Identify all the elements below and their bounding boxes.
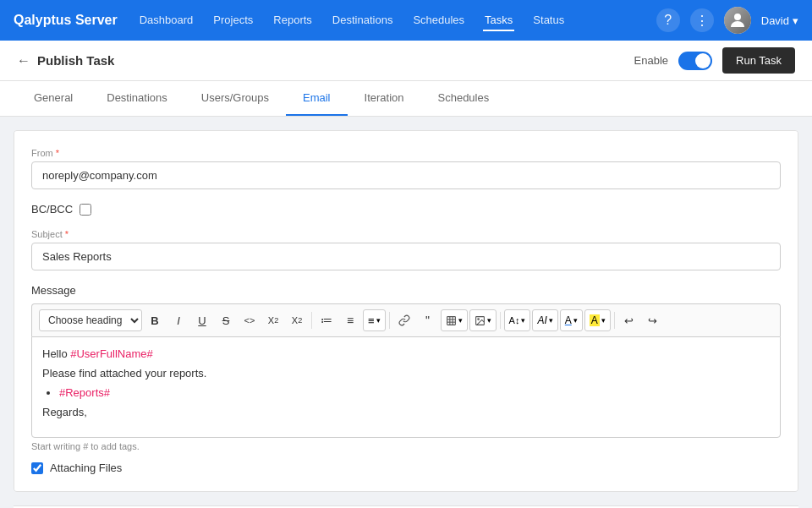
- editor-line-1: Hello #UserFullName#: [42, 347, 770, 360]
- ordered-list-button[interactable]: ≡: [339, 309, 361, 331]
- subject-field-group: Subject *: [31, 229, 781, 270]
- header-right: Enable Run Task: [634, 47, 795, 74]
- tab-iteration[interactable]: Iteration: [348, 81, 421, 116]
- code-button[interactable]: <>: [239, 309, 261, 331]
- font-family-button[interactable]: AI▾: [532, 309, 557, 331]
- attach-files-checkbox[interactable]: [31, 462, 43, 474]
- font-color-button[interactable]: A▾: [560, 309, 583, 331]
- editor-content: Hello #UserFullName# Please find attache…: [42, 347, 770, 418]
- font-size-button[interactable]: A↕▾: [504, 309, 531, 331]
- user-fullname-tag: #UserFullName#: [70, 347, 153, 360]
- tabs-bar: General Destinations Users/Groups Email …: [0, 81, 812, 117]
- strikethrough-button[interactable]: S: [215, 309, 237, 331]
- page-header: ← Publish Task Enable Run Task: [0, 41, 812, 81]
- align-button[interactable]: ≡▾: [363, 309, 386, 331]
- italic-button[interactable]: I: [167, 309, 189, 331]
- tab-users-groups[interactable]: Users/Groups: [184, 81, 286, 116]
- table-button[interactable]: ▾: [441, 309, 468, 331]
- bcbcc-label: BC/BCC: [31, 203, 73, 216]
- run-task-button[interactable]: Run Task: [722, 47, 795, 74]
- nav-tasks[interactable]: Tasks: [483, 10, 514, 31]
- nav-links: Dashboard Projects Reports Destinations …: [138, 10, 636, 31]
- enable-toggle[interactable]: [678, 52, 712, 70]
- underline-button[interactable]: U: [191, 309, 213, 331]
- nav-projects[interactable]: Projects: [211, 10, 255, 31]
- message-field-group: Message Choose heading Heading 1 Heading…: [31, 284, 781, 474]
- editor-list: #Reports#: [59, 386, 770, 399]
- message-label: Message: [31, 284, 781, 297]
- hint-text: Start writing # to add tags.: [31, 441, 781, 451]
- editor-list-item: #Reports#: [59, 386, 770, 399]
- quote-button[interactable]: ": [417, 309, 439, 331]
- svg-point-0: [734, 14, 741, 20]
- undo-button[interactable]: ↩: [618, 309, 640, 331]
- redo-button[interactable]: ↪: [642, 309, 664, 331]
- editor-toolbar: Choose heading Heading 1 Heading 2 Headi…: [31, 303, 781, 336]
- nav-destinations[interactable]: Destinations: [331, 10, 395, 31]
- tab-email[interactable]: Email: [286, 81, 348, 116]
- subscript-button[interactable]: X2: [262, 309, 284, 331]
- tab-schedules[interactable]: Schedules: [421, 81, 507, 116]
- highlight-button[interactable]: A▾: [584, 309, 611, 331]
- user-menu[interactable]: David ▾: [761, 14, 798, 27]
- tab-general[interactable]: General: [17, 81, 90, 116]
- toolbar-sep-3: [500, 312, 501, 329]
- avatar[interactable]: [724, 7, 751, 34]
- email-tab-content: From * BC/BCC Subject * Message Choose h…: [14, 130, 798, 492]
- top-navigation: Qalyptus Server Dashboard Projects Repor…: [0, 0, 812, 41]
- editor-line-3: Regards,: [42, 406, 770, 418]
- from-input[interactable]: [31, 161, 781, 189]
- toolbar-sep-1: [311, 312, 312, 329]
- media-button[interactable]: ▾: [469, 309, 497, 331]
- nav-dashboard[interactable]: Dashboard: [138, 10, 195, 31]
- back-arrow-icon: ←: [17, 53, 30, 68]
- editor-line-2: Please find attached your reports.: [42, 367, 770, 380]
- bold-button[interactable]: B: [144, 309, 166, 331]
- page-title: Publish Task: [37, 53, 114, 68]
- bcbcc-checkbox[interactable]: [80, 204, 91, 216]
- nav-right: ? ⋮ David ▾: [656, 7, 798, 34]
- nav-schedules[interactable]: Schedules: [411, 10, 466, 31]
- back-button[interactable]: ← Publish Task: [17, 53, 114, 68]
- tab-destinations[interactable]: Destinations: [90, 81, 184, 116]
- toolbar-sep-4: [614, 312, 615, 329]
- help-icon[interactable]: ?: [656, 8, 680, 32]
- attach-files-label: Attaching Files: [50, 462, 122, 474]
- bullet-list-button[interactable]: ≔: [315, 309, 337, 331]
- toolbar-sep-2: [389, 312, 390, 329]
- svg-point-7: [477, 318, 479, 320]
- subject-input[interactable]: [31, 243, 781, 270]
- superscript-button[interactable]: X2: [286, 309, 308, 331]
- bcbcc-row: BC/BCC: [31, 203, 781, 216]
- heading-select[interactable]: Choose heading Heading 1 Heading 2 Headi…: [39, 309, 142, 331]
- link-button[interactable]: [393, 309, 415, 331]
- nav-reports[interactable]: Reports: [272, 10, 314, 31]
- from-label: From *: [31, 148, 781, 158]
- app-logo: Qalyptus Server: [14, 13, 118, 28]
- enable-label: Enable: [634, 54, 668, 67]
- reports-tag: #Reports#: [59, 386, 110, 399]
- subject-label: Subject *: [31, 229, 781, 239]
- attach-row: Attaching Files: [31, 462, 781, 474]
- nav-status[interactable]: Status: [531, 10, 566, 31]
- from-field-group: From *: [31, 148, 781, 189]
- editor-area[interactable]: Hello #UserFullName# Please find attache…: [31, 336, 781, 438]
- svg-rect-1: [447, 316, 455, 325]
- more-options-icon[interactable]: ⋮: [690, 8, 714, 32]
